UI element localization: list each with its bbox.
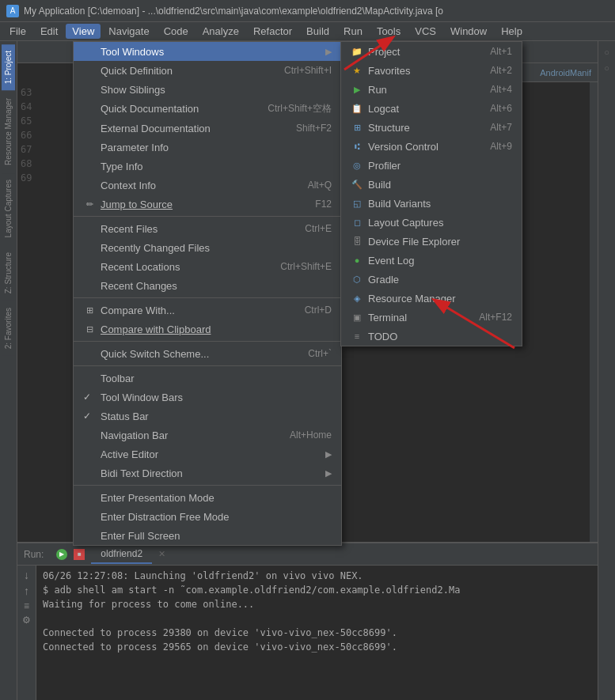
tw-structure-label: Structure [368,122,410,134]
menu-quick-documentation[interactable]: Quick Documentation Ctrl+Shift+空格 [74,99,341,119]
param-info-icon [83,141,96,153]
menu-help[interactable]: Help [495,24,529,39]
tw-logcat[interactable]: 📋 Logcat Alt+6 [341,99,522,118]
left-sidebar: 1: Project Resource Manager Layout Captu… [0,41,17,700]
tool-window-bars-check: ✓ [83,392,96,403]
ext-doc-label: External Documentation [101,123,211,134]
menu-toolbar[interactable]: Toolbar [74,369,341,388]
tw-project[interactable]: 📁 Project Alt+1 [341,42,522,61]
menu-parameter-info[interactable]: Parameter Info [74,138,341,157]
menu-quick-definition[interactable]: Quick Definition Ctrl+Shift+I [74,61,341,80]
quick-def-label: Quick Definition [101,65,173,77]
menu-enter-full-screen[interactable]: Enter Full Screen [74,526,341,545]
tw-run[interactable]: ▶ Run Alt+4 [341,80,522,99]
tw-terminal-label: Terminal [368,312,407,324]
menu-quick-switch[interactable]: Quick Switch Scheme... Ctrl+` [74,344,341,363]
menu-analyze[interactable]: Analyze [196,24,245,39]
menu-jump-to-source[interactable]: ✏ Jump to Source F12 [74,195,341,214]
tw-resource-manager[interactable]: ◈ Resource Manager [341,289,522,308]
bottom-panel: Run: ▶ ■ oldfriend2 ✕ ↓ ↑ ≡ ⚙ 06/26 12:2… [17,542,598,700]
tool-windows-arrow: ▶ [325,47,332,57]
bidi-label: Bidi Text Direction [101,467,183,479]
menu-status-bar[interactable]: ✓ Status Bar [74,407,341,426]
menu-tool-window-bars[interactable]: ✓ Tool Window Bars [74,388,341,407]
menu-code[interactable]: Code [158,24,195,39]
menu-bidi-text[interactable]: Bidi Text Direction ▶ [74,464,341,482]
menu-tool-windows[interactable]: Tool Windows ▶ [74,42,341,61]
menu-enter-presentation[interactable]: Enter Presentation Mode [74,488,341,507]
tw-profiler[interactable]: ◎ Profiler [341,156,522,175]
stop-icon[interactable]: ■ [74,549,85,560]
menu-context-info[interactable]: Context Info Alt+Q [74,176,341,195]
tw-layout-captures[interactable]: ◻ Layout Captures [341,213,522,232]
sidebar-tab-layout-captures[interactable]: Layout Captures [2,173,15,244]
tw-favorites[interactable]: ★ Favorites Alt+2 [341,61,522,80]
menu-navigate[interactable]: Navigate [102,24,155,39]
tw-gradle[interactable]: ⬡ Gradle [341,270,522,289]
sidebar-tab-resource-manager[interactable]: Resource Manager [2,92,15,172]
menu-window[interactable]: Window [444,24,493,39]
ext-doc-shortcut: Shift+F2 [296,123,332,134]
right-sidebar-icon2[interactable]: ○ [604,63,609,73]
panel-tab-oldfriend2[interactable]: oldfriend2 [91,545,152,564]
sidebar-tab-project[interactable]: 1: Project [2,44,15,90]
recent-locations-shortcut: Ctrl+Shift+E [280,261,332,272]
panel-toolbar-down-icon[interactable]: ↓ [24,569,29,581]
menu-external-documentation[interactable]: External Documentation Shift+F2 [74,119,341,138]
compare-with-label: Compare With... [101,305,175,316]
menu-compare-with[interactable]: ⊞ Compare With... Ctrl+D [74,301,341,320]
menu-refactor[interactable]: Refactor [247,24,298,39]
menu-show-siblings[interactable]: Show Siblings [74,80,341,99]
run-line-6: Connected to process 29565 on device 'vi… [43,640,460,654]
menu-vcs[interactable]: VCS [408,24,442,39]
panel-toolbar-settings-icon[interactable]: ⚙ [22,615,31,626]
show-siblings-label: Show Siblings [101,84,165,96]
tw-version-control[interactable]: ⑆ Version Control Alt+9 [341,137,522,156]
tw-device-file-explorer[interactable]: 🗄 Device File Explorer [341,232,522,251]
menu-type-info[interactable]: Type Info [74,157,341,176]
menu-active-editor[interactable]: Active Editor ▶ [74,445,341,464]
menu-recent-changes[interactable]: Recent Changes [74,276,341,295]
menu-file[interactable]: File [3,24,32,39]
scrollbar[interactable] [590,82,598,542]
presentation-label: Enter Presentation Mode [101,492,214,504]
menu-tools[interactable]: Tools [370,24,407,39]
quick-def-shortcut: Ctrl+Shift+I [284,65,332,76]
menu-compare-clipboard[interactable]: ⊟ Compare with Clipboard [74,320,341,339]
presentation-icon [83,491,96,504]
menu-view[interactable]: View [66,24,101,39]
menu-edit[interactable]: Edit [34,24,64,39]
panel-toolbar-up-icon[interactable]: ↑ [24,585,29,597]
menu-enter-distraction-free[interactable]: Enter Distraction Free Mode [74,507,341,526]
nav-bar-label: Navigation Bar [101,429,168,441]
close-panel-tab-icon[interactable]: ✕ [158,549,165,559]
sidebar-tab-structure[interactable]: Z: Structure [2,246,15,300]
menu-recent-locations[interactable]: Recent Locations Ctrl+Shift+E [74,257,341,276]
tw-terminal[interactable]: ▣ Terminal Alt+F12 [341,308,522,327]
menu-run[interactable]: Run [337,24,369,39]
bottom-panel-content-wrapper: ↓ ↑ ≡ ⚙ 06/26 12:27:08: Launching 'oldfr… [17,566,598,700]
quick-doc-label: Quick Documentation [101,103,199,115]
tw-todo[interactable]: ≡ TODO [341,327,522,346]
right-sidebar-icon1[interactable]: ○ [604,47,609,57]
recent-files-label: Recent Files [101,223,158,235]
right-sidebar: ○ ○ [598,41,615,700]
bottom-panel-text: 06/26 12:27:08: Launching 'oldfriend2' o… [36,566,466,700]
profiler-icon: ◎ [351,159,363,172]
tw-build-variants[interactable]: ◱ Build Variants [341,194,522,213]
panel-toolbar-list-icon[interactable]: ≡ [24,600,29,611]
tw-build[interactable]: 🔨 Build [341,175,522,194]
panel-toolbar: ↓ ↑ ≡ ⚙ [17,566,36,700]
menu-recent-files[interactable]: Recent Files Ctrl+E [74,219,341,238]
sidebar-tab-favorites[interactable]: 2: Favorites [2,301,15,355]
menu-build[interactable]: Build [300,24,336,39]
menu-recently-changed[interactable]: Recently Changed Files [74,238,341,257]
tw-event-log[interactable]: ● Event Log [341,251,522,270]
recent-locations-label: Recent Locations [101,261,180,273]
tw-structure[interactable]: ⊞ Structure Alt+7 [341,118,522,137]
run-icon[interactable]: ▶ [56,549,67,560]
project-icon: 📁 [351,45,363,58]
tw-layout-captures-label: Layout Captures [368,217,443,229]
menu-navigation-bar[interactable]: Navigation Bar Alt+Home [74,426,341,445]
quick-def-icon [83,64,96,77]
